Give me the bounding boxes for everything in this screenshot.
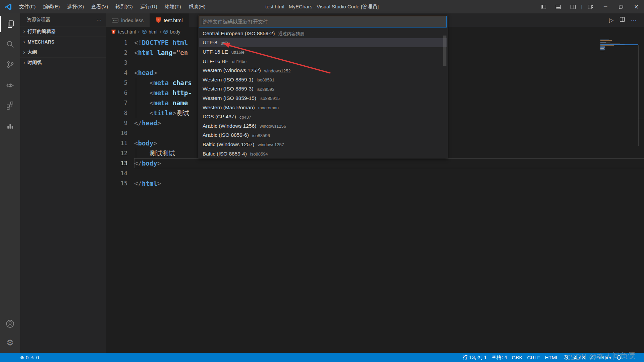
html5-file-icon: 5	[111, 29, 116, 34]
line-number: 12	[106, 148, 134, 158]
cursor-position[interactable]: 行 13, 列 1	[463, 354, 487, 361]
encoding-option[interactable]: UTF-16 LEutf16le	[199, 47, 447, 57]
settings-gear-icon[interactable]: ⚙	[0, 335, 20, 351]
encoding-option[interactable]: Baltic (Windows 1257)windows1257	[199, 140, 447, 149]
encoding-option[interactable]: Western (Mac Roman)macroman	[199, 103, 447, 112]
account-icon[interactable]	[0, 316, 20, 332]
menu-item[interactable]: 查看(V)	[88, 0, 112, 13]
encoding-detail: windows1256	[260, 123, 286, 129]
extensions-icon[interactable]	[0, 97, 20, 113]
encoding-label: Western (ISO 8859-1)	[203, 77, 253, 83]
toggle-sidebar-icon[interactable]	[536, 0, 551, 13]
eol-indicator[interactable]: CRLF	[527, 355, 540, 360]
encoding-label: Arabic (ISO 8859-6)	[203, 132, 249, 138]
split-editor-icon[interactable]	[620, 17, 625, 23]
close-window-button[interactable]: ×	[629, 0, 644, 13]
code-line[interactable]: 15</html>	[106, 178, 644, 188]
sidebar-section[interactable]: ›大纲	[20, 47, 106, 57]
breadcrumb-file[interactable]: test.html	[118, 29, 136, 35]
code-line[interactable]: 14	[106, 168, 644, 178]
quickpick-scrollbar[interactable]	[443, 36, 446, 66]
encoding-option[interactable]: UTF-16 BEutf16be	[199, 57, 447, 66]
chevron-right-icon: ›	[21, 49, 27, 55]
more-actions-icon[interactable]: ⋯	[631, 17, 637, 23]
problems-indicator[interactable]: ⊗ 0 ⚠ 0	[20, 355, 39, 360]
explorer-icon[interactable]	[0, 16, 20, 32]
sidebar-section[interactable]: ›MYECHARS	[20, 37, 106, 47]
more-actions-icon[interactable]: ⋯	[96, 17, 102, 23]
encoding-option[interactable]: Western (ISO 8859-1)iso88591	[199, 75, 447, 84]
tab-test-html[interactable]: 5 test.html	[150, 13, 189, 27]
menu-item[interactable]: 编辑(E)	[39, 0, 63, 13]
menu-item[interactable]: 终端(T)	[161, 0, 185, 13]
menu-item[interactable]: 帮助(H)	[185, 0, 209, 13]
tab-index-less[interactable]: less index.less	[106, 13, 150, 27]
error-count: 0	[26, 355, 29, 360]
restore-button[interactable]	[613, 0, 629, 13]
run-file-icon[interactable]: ▷	[609, 17, 613, 23]
line-number: 10	[106, 128, 134, 138]
line-content: </html>	[134, 178, 644, 188]
minimap-line	[600, 46, 605, 47]
menu-item[interactable]: 转到(G)	[112, 0, 137, 13]
overview-ruler-mark	[638, 119, 644, 119]
minimize-button[interactable]: ─	[598, 0, 613, 13]
encoding-option[interactable]: Western (ISO 8859-15)iso885915	[199, 94, 447, 103]
charts-extension-icon[interactable]	[0, 117, 20, 133]
encoding-indicator[interactable]: GBK	[512, 355, 523, 360]
vscode-logo-icon	[4, 3, 12, 11]
quickpick-input[interactable]	[199, 16, 447, 27]
chevron-right-icon: ›	[21, 60, 27, 66]
customize-layout-icon[interactable]	[583, 0, 598, 13]
toggle-panel-icon[interactable]	[551, 0, 566, 13]
activity-bar: ⚙	[0, 13, 20, 353]
chevron-right-icon: ›	[159, 29, 161, 35]
code-line[interactable]: 13</body>	[106, 158, 644, 168]
search-icon[interactable]	[0, 36, 20, 52]
encoding-option[interactable]: Central European (ISO 8859-2)通过内容猜测	[199, 29, 447, 38]
sidebar-section[interactable]: ›时间线	[20, 57, 106, 68]
language-indicator[interactable]: HTML	[545, 355, 559, 360]
line-content	[134, 168, 644, 178]
encoding-option[interactable]: Western (ISO 8859-3)iso88593	[199, 84, 447, 94]
menu-item[interactable]: 文件(F)	[15, 0, 39, 13]
encoding-option[interactable]: Baltic (ISO 8859-4)iso88594	[199, 149, 447, 159]
encoding-detail: 通过内容猜测	[278, 30, 304, 37]
toggle-secondary-sidebar-icon[interactable]	[566, 0, 580, 13]
encoding-option[interactable]: Arabic (ISO 8859-6)iso88596	[199, 131, 447, 140]
encoding-option[interactable]: Arabic (Windows 1256)windows1256	[199, 121, 447, 131]
sidebar-section[interactable]: ›打开的编辑器	[20, 26, 106, 37]
menu-item[interactable]: 运行(R)	[137, 0, 161, 13]
bell-slash-icon[interactable]	[564, 355, 569, 360]
chevron-right-icon: ›	[21, 39, 27, 45]
sidebar-sections: ›打开的编辑器›MYECHARS›大纲›时间线	[20, 26, 106, 68]
source-control-icon[interactable]	[0, 56, 20, 72]
minimap-line	[600, 51, 604, 51]
encoding-option[interactable]: UTF-8utf8	[199, 38, 447, 48]
text-caret	[202, 18, 202, 25]
minimap[interactable]	[600, 40, 641, 51]
notifications-bell-icon[interactable]	[616, 355, 622, 360]
encoding-option[interactable]: DOS (CP 437)cp437	[199, 112, 447, 121]
encoding-quickpick: Central European (ISO 8859-2)通过内容猜测UTF-8…	[198, 15, 448, 158]
warning-icon: ⚠	[30, 355, 35, 360]
sidebar-section-label: 大纲	[28, 49, 37, 55]
version-indicator[interactable]: 4.7.3	[574, 355, 585, 360]
line-number: 8	[106, 108, 134, 118]
run-debug-icon[interactable]	[0, 77, 20, 93]
menu-item[interactable]: 选择(S)	[63, 0, 88, 13]
encoding-option[interactable]: Western (Windows 1252)windows1252	[199, 66, 447, 75]
formatter-indicator[interactable]: ✓ Prettier	[590, 355, 611, 360]
editor-actions: ▷ ⋯	[609, 13, 644, 27]
encoding-detail: iso88593	[257, 86, 274, 92]
line-number: 14	[106, 168, 134, 178]
encoding-label: Western (ISO 8859-15)	[203, 95, 256, 101]
breadcrumb-html[interactable]: html	[149, 29, 157, 35]
minimap-line	[600, 40, 612, 41]
menu-bar: 文件(F)编辑(E)选择(S)查看(V)转到(G)运行(R)终端(T)帮助(H)	[15, 0, 209, 13]
breadcrumb-body[interactable]: body	[170, 29, 180, 35]
sidebar-title: 资源管理器	[27, 17, 50, 23]
chevron-right-icon: ›	[138, 29, 140, 35]
indentation-indicator[interactable]: 空格: 4	[491, 354, 507, 361]
divider: |	[581, 4, 582, 9]
